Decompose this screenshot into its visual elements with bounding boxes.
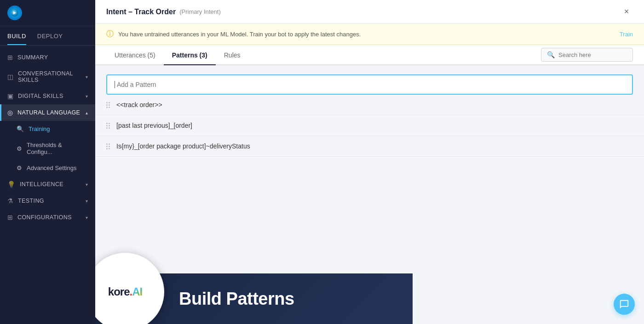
sidebar-item-summary[interactable]: ⊞ SUMMARY [0, 49, 95, 66]
pattern-list: <<track order>> [past last previous]_[or… [95, 95, 644, 157]
drag-handle[interactable] [106, 143, 110, 149]
banner-label: Build Patterns [179, 289, 294, 309]
settings-icon: ⊞ [7, 214, 13, 221]
main-content: Intent – Track Order (Primary Intent) × … [95, 0, 644, 324]
sidebar-item-intelligence[interactable]: 💡 INTELLIGENCE ▾ [0, 176, 95, 193]
chat-button[interactable] [614, 294, 635, 315]
sidebar-item-label: Advanced Settings [27, 165, 88, 171]
search-input[interactable] [558, 51, 623, 58]
sidebar-item-label: Training [29, 125, 88, 132]
tab-utterances[interactable]: Utterances (5) [106, 45, 164, 65]
search-box[interactable]: 🔍 [541, 48, 633, 62]
page-subtitle: (Primary Intent) [179, 8, 221, 15]
sidebar-item-thresholds[interactable]: ⚙ Thresholds & Configu... [0, 137, 95, 160]
alert-banner: ⓘ You have untrained utterances in your … [95, 24, 644, 45]
chevron-down-icon: ▾ [86, 199, 88, 204]
sidebar-menu: ⊞ SUMMARY ◫ CONVERSATIONAL SKILLS ▾ ▣ DI… [0, 45, 95, 250]
sidebar-item-training[interactable]: 🔍 Training [0, 121, 95, 137]
flask-icon: ⚗ [7, 197, 13, 205]
monitor-icon: ▣ [7, 92, 13, 100]
add-pattern-row[interactable] [106, 74, 633, 95]
search-icon: 🔍 [547, 51, 555, 58]
warning-icon: ⓘ [106, 29, 114, 39]
settings-sub-icon: ⚙ [17, 145, 22, 152]
header-bar: Intent – Track Order (Primary Intent) × [95, 0, 644, 24]
search-sub-icon: 🔍 [17, 125, 24, 132]
add-pattern-input[interactable] [117, 81, 625, 88]
layers-icon: ◫ [7, 73, 13, 80]
pattern-text: [past last previous]_[order] [116, 122, 192, 129]
gear-icon: ⚙ [17, 165, 22, 171]
sidebar-item-digital-skills[interactable]: ▣ DIGITAL SKILLS ▾ [0, 88, 95, 104]
sidebar-item-label: CONFIGURATIONS [17, 214, 81, 221]
sidebar-item-label: CONVERSATIONAL SKILLS [18, 70, 81, 83]
close-button[interactable]: × [620, 6, 633, 18]
text-cursor [115, 81, 115, 88]
page-title: Intent – Track Order [106, 8, 176, 16]
app-logo [7, 6, 22, 20]
sidebar-item-conversational-skills[interactable]: ◫ CONVERSATIONAL SKILLS ▾ [0, 66, 95, 88]
pattern-text: Is{my}_[order package product]~deliveryS… [116, 142, 250, 150]
chevron-down-icon: ▾ [86, 182, 88, 187]
bulb-icon: 💡 [7, 181, 15, 188]
sidebar-brand-area [0, 250, 95, 324]
tab-build[interactable]: BUILD [7, 26, 26, 45]
pattern-row[interactable]: <<track order>> [95, 95, 644, 115]
chevron-up-icon: ▴ [86, 110, 88, 115]
sidebar-item-label: INTELLIGENCE [20, 181, 81, 188]
sidebar-item-label: Thresholds & Configu... [27, 142, 88, 155]
sidebar-item-natural-language[interactable]: ◎ NATURAL LANGUAGE ▴ [0, 104, 95, 121]
sidebar-item-testing[interactable]: ⚗ TESTING ▾ [0, 193, 95, 209]
pattern-text: <<track order>> [116, 101, 162, 108]
chevron-down-icon: ▾ [86, 74, 88, 80]
pattern-row[interactable]: Is{my}_[order package product]~deliveryS… [95, 136, 644, 157]
chevron-down-icon: ▾ [86, 94, 88, 99]
sidebar-item-label: TESTING [18, 198, 81, 204]
alert-message: You have untrained utterances in your ML… [118, 31, 615, 38]
sidebar-item-label: NATURAL LANGUAGE [17, 109, 81, 116]
bottom-banner: kore.AI Build Patterns [95, 273, 413, 324]
sidebar: BUILD DEPLOY ⊞ SUMMARY ◫ CONVERSATIONAL … [0, 0, 95, 324]
drag-handle[interactable] [106, 102, 110, 108]
chevron-down-icon: ▾ [86, 215, 88, 220]
tab-deploy[interactable]: DEPLOY [37, 26, 63, 45]
grid-icon: ⊞ [7, 54, 13, 61]
sidebar-item-label: SUMMARY [17, 54, 88, 61]
tab-bar: Utterances (5) Patterns (3) Rules 🔍 [95, 45, 644, 65]
sidebar-item-configurations[interactable]: ⊞ CONFIGURATIONS ▾ [0, 209, 95, 226]
globe-icon: ◎ [7, 109, 13, 116]
train-link[interactable]: Train [620, 31, 633, 38]
tab-rules[interactable]: Rules [216, 45, 249, 65]
drag-handle[interactable] [106, 123, 110, 129]
sidebar-top-nav [0, 0, 95, 26]
sidebar-item-label: DIGITAL SKILLS [18, 93, 81, 99]
sidebar-item-advanced-settings[interactable]: ⚙ Advanced Settings [0, 160, 95, 176]
top-nav-tabs: BUILD DEPLOY [0, 26, 70, 45]
tab-patterns[interactable]: Patterns (3) [164, 45, 216, 65]
tabs-container: Utterances (5) Patterns (3) Rules [106, 45, 249, 64]
pattern-row[interactable]: [past last previous]_[order] [95, 115, 644, 136]
